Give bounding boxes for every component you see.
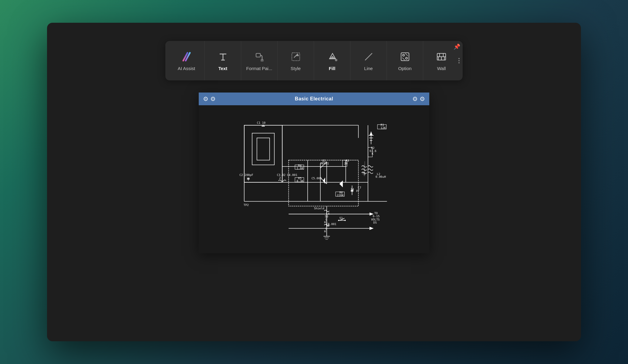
svg-text:pF: pF bbox=[356, 189, 360, 192]
toolbar-label-text: Text bbox=[218, 66, 228, 71]
toolbar-item-style[interactable]: Style bbox=[278, 41, 314, 80]
svg-marker-32 bbox=[323, 178, 325, 184]
svg-rect-7 bbox=[292, 53, 300, 61]
format-paint-icon bbox=[253, 51, 265, 63]
svg-point-9 bbox=[335, 59, 337, 61]
svg-text:Shield: Shield bbox=[314, 207, 324, 210]
svg-line-15 bbox=[405, 53, 408, 56]
wall-icon bbox=[435, 51, 447, 63]
svg-text:C3.02: C3.02 bbox=[277, 174, 285, 177]
pin-icon[interactable]: 📌 bbox=[454, 43, 460, 50]
svg-rect-11 bbox=[401, 53, 409, 61]
svg-text:0.06uH: 0.06uH bbox=[376, 175, 386, 179]
gear-icon-left-2[interactable]: ⚙ bbox=[210, 95, 216, 103]
more-options[interactable] bbox=[457, 58, 461, 63]
toolbar-item-line[interactable]: Line bbox=[350, 41, 387, 80]
toolbar-label-format-painter: Format Pai... bbox=[246, 66, 272, 71]
svg-rect-27 bbox=[257, 138, 270, 160]
toolbar-label-line: Line bbox=[364, 66, 373, 71]
svg-text:C1 10: C1 10 bbox=[257, 121, 266, 124]
toolbar-item-ai-assist[interactable]: AI Assist bbox=[168, 41, 205, 80]
svg-text:MPSH1: MPSH1 bbox=[320, 162, 329, 165]
svg-text:H: H bbox=[324, 221, 326, 224]
toolbar-item-text[interactable]: Text bbox=[205, 41, 241, 80]
toolbar: 📌 bbox=[165, 41, 463, 80]
svg-text:TO: TO bbox=[374, 211, 378, 215]
svg-point-81 bbox=[338, 220, 339, 221]
svg-rect-5 bbox=[256, 53, 260, 57]
svg-text:K: K bbox=[372, 152, 373, 155]
text-icon bbox=[217, 51, 229, 63]
header-icons-right: ⚙ ⚙ bbox=[412, 95, 425, 103]
svg-rect-6 bbox=[261, 59, 263, 61]
svg-marker-106 bbox=[370, 227, 374, 230]
gear-icon-right-1[interactable]: ⚙ bbox=[412, 95, 418, 103]
svg-text:TP2: TP2 bbox=[244, 204, 249, 207]
toolbar-label-wall: Wall bbox=[437, 66, 446, 71]
circuit-diagram: R1 12K R2 63.6 K R3 20 R4 1.6K R5 8. bbox=[210, 113, 418, 246]
diagram-title: Basic Electrical bbox=[295, 96, 333, 102]
svg-line-10 bbox=[365, 53, 372, 60]
svg-text:2: 2 bbox=[279, 176, 281, 180]
toolbar-label-ai-assist: AI Assist bbox=[178, 66, 195, 71]
toolbar-item-format-painter[interactable]: Format Pai... bbox=[241, 41, 278, 80]
svg-point-12 bbox=[403, 54, 404, 56]
svg-text:6-15: 6-15 bbox=[373, 214, 380, 218]
svg-point-13 bbox=[406, 57, 407, 59]
svg-text:DS: DS bbox=[373, 221, 377, 224]
line-icon bbox=[363, 51, 375, 63]
header-icons-left: ⚙ ⚙ bbox=[203, 95, 216, 103]
gear-icon-left-1[interactable]: ⚙ bbox=[203, 95, 208, 103]
gear-icon-right-2[interactable]: ⚙ bbox=[420, 95, 425, 103]
ai-assist-icon bbox=[181, 51, 193, 63]
toolbar-label-fill: Fill bbox=[329, 66, 336, 71]
svg-text:C5.001: C5.001 bbox=[312, 177, 322, 180]
diagram-panel: ⚙ ⚙ Basic Electrical ⚙ ⚙ bbox=[199, 93, 429, 253]
svg-text:R1: R1 bbox=[381, 123, 384, 126]
svg-marker-88 bbox=[370, 132, 373, 136]
svg-line-14 bbox=[402, 58, 405, 60]
svg-point-82 bbox=[344, 220, 346, 221]
svg-text:VOLTS: VOLTS bbox=[371, 218, 380, 221]
svg-marker-119 bbox=[339, 181, 343, 187]
svg-text:H: H bbox=[324, 230, 326, 233]
option-icon bbox=[399, 51, 411, 63]
toolbar-label-style: Style bbox=[291, 66, 301, 71]
toolbar-item-option[interactable]: Option bbox=[387, 41, 423, 80]
fill-icon bbox=[326, 51, 338, 63]
toolbar-item-fill[interactable]: Fill bbox=[314, 41, 350, 80]
app-window: 📌 bbox=[47, 23, 581, 341]
svg-text:C2 200pF: C2 200pF bbox=[239, 174, 253, 177]
toolbar-label-option: Option bbox=[398, 66, 411, 71]
diagram-header: ⚙ ⚙ Basic Electrical ⚙ ⚙ bbox=[199, 93, 429, 105]
style-icon bbox=[290, 51, 302, 63]
diagram-body: R1 12K R2 63.6 K R3 20 R4 1.6K R5 8. bbox=[199, 105, 429, 253]
